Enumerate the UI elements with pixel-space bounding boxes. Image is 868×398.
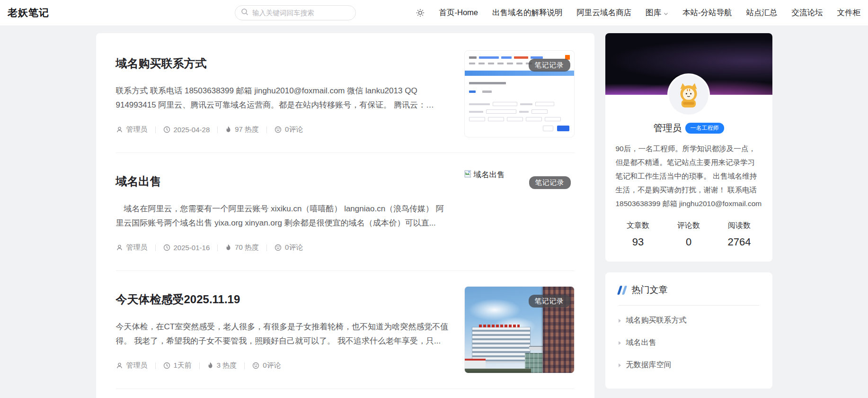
comment-face-icon (275, 244, 282, 251)
building-wing (465, 359, 486, 368)
nav-item-gallery[interactable]: 图库 (646, 8, 668, 18)
meta-divider (266, 244, 267, 251)
hot-article-link-3[interactable]: 无数据库空间 (619, 354, 759, 376)
divider (619, 305, 759, 306)
stat-reads: 阅读数 2764 (714, 221, 765, 248)
heat-meta: 97 热度 (225, 125, 259, 134)
date-meta: 2025-04-28 (163, 126, 210, 134)
hot-article-link-2[interactable]: 域名出售 (619, 332, 759, 354)
chevron-down-icon (664, 9, 668, 18)
meta-divider (155, 244, 156, 251)
ground-trees (465, 369, 531, 373)
mock-secondary-button (543, 126, 553, 131)
hot-articles-header: 热门文章 (619, 284, 759, 296)
search-icon (241, 8, 248, 18)
hot-articles-title: 热门文章 (632, 284, 668, 296)
clock-icon (163, 126, 170, 133)
article-excerpt: 联系方式 联系电话 18503638399 邮箱 jinghu2010@foxm… (116, 84, 451, 112)
article-3-content: 今天体检感受2025.11.19 今天体检，在CT室突然感受，老人很多，有很多是… (116, 286, 451, 373)
comments-meta: 0评论 (275, 243, 303, 252)
heat-meta: 70 热度 (225, 243, 259, 252)
category-badge: 笔记记录 (529, 176, 571, 189)
comments-meta: 0评论 (252, 361, 281, 370)
nav-item-site-summary[interactable]: 站点汇总 (746, 8, 778, 18)
article-title[interactable]: 域名出售 (116, 174, 451, 189)
comment-face-icon (252, 362, 259, 369)
main-layout: 域名购买联系方式 联系方式 联系电话 18503638399 邮箱 jinghu… (96, 33, 772, 398)
article-item-1: 域名购买联系方式 联系方式 联系电话 18503638399 邮箱 jinghu… (116, 35, 575, 153)
article-title[interactable]: 域名购买联系方式 (116, 56, 451, 71)
category-badge: 笔记记录 (529, 295, 570, 308)
nav-item-aliyun-store[interactable]: 阿里云域名商店 (577, 8, 632, 18)
category-badge: 笔记记录 (529, 59, 570, 72)
article-2-content: 域名出售 域名在阿里云，您需要有一个阿里云账号 xixiku.cn（嘻嘻酷） l… (116, 168, 451, 255)
article-item-3: 今天体检感受2025.11.19 今天体检，在CT室突然感受，老人很多，有很多是… (116, 271, 575, 389)
article-meta: 管理员 2025-01-16 (116, 243, 451, 252)
search-input[interactable] (252, 9, 350, 17)
clock-icon (163, 244, 170, 251)
nav-item-site-nav[interactable]: 本站-分站导航 (682, 8, 732, 18)
hot-article-link-1[interactable]: 域名购买联系方式 (619, 309, 759, 332)
meta-divider (199, 362, 200, 369)
profile-stats: 文章数 93 评论数 0 阅读数 2764 (605, 221, 772, 261)
article-title[interactable]: 今天体检感受2025.11.19 (116, 292, 451, 307)
meta-divider (217, 127, 218, 133)
site-logo[interactable]: 老妖笔记 (8, 6, 49, 19)
broken-image-row: 域名出售 (464, 170, 505, 180)
article-thumbnail-broken-image[interactable]: 域名出售 笔记记录 (464, 168, 575, 255)
nav-item-forum[interactable]: 交流论坛 (792, 8, 823, 18)
double-slash-icon (619, 286, 626, 295)
user-icon (116, 362, 123, 369)
mock-form-row (469, 109, 570, 114)
article-thumbnail-aliyun-screenshot[interactable]: 笔记记录 (464, 50, 575, 137)
mock-primary-button (557, 126, 569, 131)
building-sign (479, 325, 520, 327)
triangle-bullet-icon (619, 341, 621, 345)
meta-divider (217, 244, 218, 251)
article-meta: 管理员 2025-04-28 (116, 125, 451, 134)
article-item-2: 域名出售 域名在阿里云，您需要有一个阿里云账号 xixiku.cn（嘻嘻酷） l… (116, 153, 575, 271)
mock-page-label (469, 82, 506, 84)
comment-face-icon (275, 126, 282, 133)
flame-icon (207, 362, 213, 369)
clock-icon (163, 362, 170, 369)
main-nav: 首页-Home 出售域名的解释说明 阿里云域名商店 图库 本站-分站导航 站点汇… (416, 8, 860, 18)
author-meta: 管理员 (116, 243, 148, 252)
header: 老妖笔记 首页-Home 出售域名的解释说明 阿里云域名商店 图库 (0, 0, 868, 26)
broken-image-alt-text: 域名出售 (474, 170, 505, 179)
user-icon (116, 244, 123, 251)
avatar[interactable] (669, 75, 709, 115)
meta-divider (155, 362, 156, 369)
nav-item-file-cabinet[interactable]: 文件柜 (837, 8, 861, 18)
mock-form-row (469, 117, 570, 121)
sidebar: 管理员 一名工程师 90后，一名工程师。所学知识都涉及一点，但是都不精通。笔记站… (605, 33, 772, 398)
comments-meta: 0评论 (275, 125, 303, 134)
author-meta: 管理员 (116, 361, 148, 370)
meta-divider (244, 362, 245, 369)
nav-item-home[interactable]: 首页-Home (439, 8, 478, 18)
search-box[interactable] (235, 5, 356, 20)
author-meta: 管理员 (116, 125, 148, 134)
cat-avatar-icon (675, 81, 702, 108)
stat-comments: 评论数 0 (664, 221, 714, 248)
triangle-bullet-icon (619, 363, 621, 367)
flame-icon (225, 126, 231, 133)
user-icon (116, 126, 123, 133)
date-meta: 1天前 (163, 361, 192, 370)
meta-divider (155, 127, 156, 133)
article-excerpt: 域名在阿里云，您需要有一个阿里云账号 xixiku.cn（嘻嘻酷） langni… (116, 202, 451, 230)
role-badge: 一名工程师 (685, 123, 724, 134)
article-list-card: 域名购买联系方式 联系方式 联系电话 18503638399 邮箱 jinghu… (96, 33, 594, 398)
nav-item-domain-sale-notes[interactable]: 出售域名的解释说明 (492, 8, 563, 18)
flame-icon (225, 244, 231, 251)
article-thumbnail-building-photo[interactable]: 笔记记录 (464, 286, 575, 373)
date-meta: 2025-01-16 (163, 244, 210, 252)
theme-sun-icon[interactable] (416, 9, 425, 17)
meta-divider (266, 127, 267, 133)
article-1-content: 域名购买联系方式 联系方式 联系电话 18503638399 邮箱 jinghu… (116, 50, 451, 137)
mock-tabs (469, 90, 492, 93)
hot-articles-card: 热门文章 域名购买联系方式 域名出售 无数据库空间 (605, 272, 772, 389)
profile-name: 管理员 (654, 122, 682, 135)
avatar-wrap (605, 75, 772, 115)
hospital-building (472, 327, 530, 362)
